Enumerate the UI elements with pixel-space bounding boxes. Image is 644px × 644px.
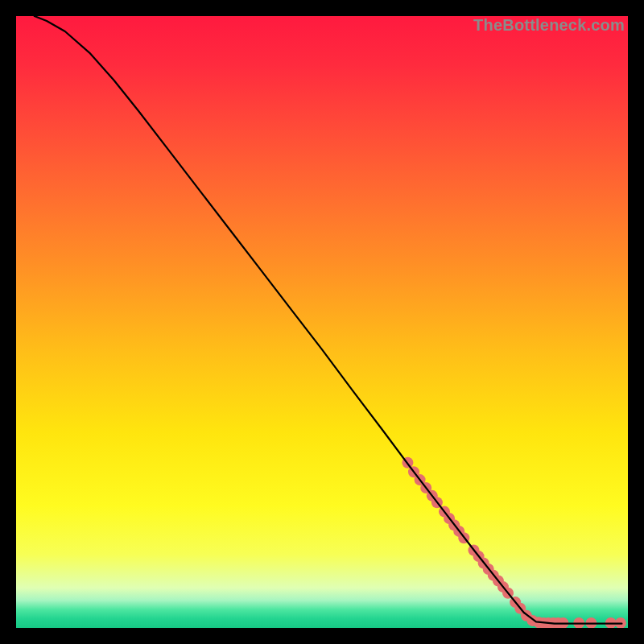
bottleneck-chart	[16, 16, 628, 628]
chart-frame: TheBottleneck.com	[16, 16, 628, 628]
watermark-text: TheBottleneck.com	[473, 16, 625, 35]
gradient-background	[16, 16, 628, 628]
